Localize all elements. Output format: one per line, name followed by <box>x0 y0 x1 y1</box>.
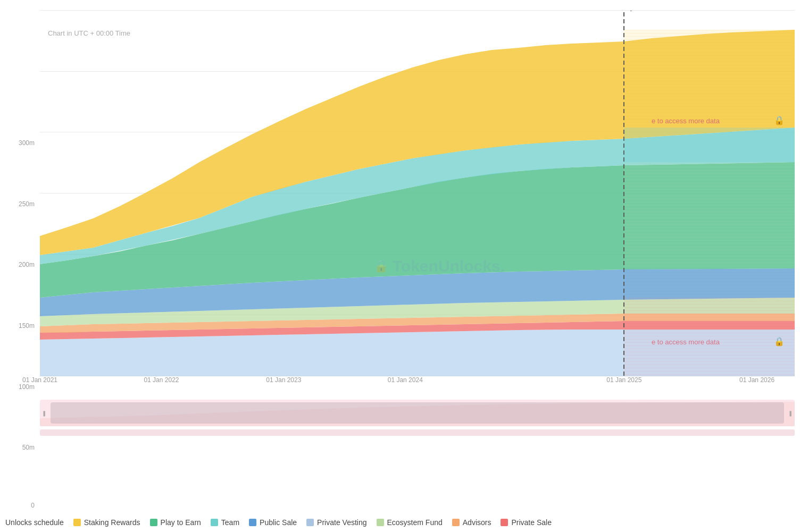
scrollbar-left-button[interactable]: ❚ <box>42 410 46 416</box>
legend-area: Unlocks schedule Staking Rewards Play to… <box>0 518 800 527</box>
legend-title: Unlocks schedule <box>5 518 64 527</box>
chart-svg: Today <box>40 11 795 376</box>
legend-label-private-sale: Private Sale <box>511 518 551 527</box>
x-label-2026: 01 Jan 2026 <box>739 376 774 384</box>
x-label-2025: 01 Jan 2025 <box>606 376 641 384</box>
y-label-300m: 300m <box>19 139 35 147</box>
legend-item-private-sale: Private Sale <box>501 518 551 527</box>
y-label-0: 0 <box>31 502 35 509</box>
legend-item-team: Team <box>211 518 239 527</box>
legend-dot-advisors <box>452 519 460 526</box>
watermark-text: TokenUnlocks. <box>393 257 505 275</box>
legend-dot-ecosystem <box>377 519 384 526</box>
watermark: 🔒 TokenUnlocks. <box>374 257 505 275</box>
legend-label-public: Public Sale <box>260 518 297 527</box>
legend-dot-private-vesting <box>306 519 314 526</box>
legend-item-staking: Staking Rewards <box>73 518 140 527</box>
y-axis: 300m 250m 200m 150m 100m 50m 0 <box>0 0 37 516</box>
svg-rect-10 <box>624 162 795 268</box>
y-label-250m: 250m <box>19 200 35 208</box>
lock-msg-2: e to access more data <box>652 338 720 346</box>
x-label-2023: 01 Jan 2023 <box>266 376 301 384</box>
chart-container: 300m 250m 200m 150m 100m 50m 0 Chart in … <box>0 0 800 532</box>
today-text: Today <box>614 11 634 11</box>
legend-label-staking: Staking Rewards <box>84 518 140 527</box>
legend-label-play: Play to Earn <box>161 518 201 527</box>
legend-label-team: Team <box>221 518 239 527</box>
x-label-2021: 01 Jan 2021 <box>22 376 57 384</box>
legend-label-advisors: Advisors <box>463 518 491 527</box>
scrollbar-container[interactable]: ❚ ❚ <box>40 400 795 429</box>
lock-msg-1: e to access more data <box>652 117 720 125</box>
lock-arrow-1: 🔒 <box>774 115 785 125</box>
svg-rect-8 <box>624 30 795 128</box>
legend-label-private-vesting: Private Vesting <box>317 518 366 527</box>
svg-rect-9 <box>624 128 795 162</box>
y-label-50m: 50m <box>22 444 35 451</box>
scrollbar-track[interactable]: ❚ ❚ <box>40 400 795 426</box>
legend-label-ecosystem: Ecosystem Fund <box>387 518 443 527</box>
scrollbar-thumb[interactable] <box>51 402 784 424</box>
svg-rect-12 <box>624 298 795 376</box>
y-label-150m: 150m <box>19 322 35 330</box>
lock-arrow-2: 🔒 <box>774 336 785 347</box>
y-label-100m: 100m <box>19 383 35 391</box>
legend-dot-play <box>150 519 157 526</box>
legend-item-advisors: Advisors <box>452 518 491 527</box>
legend-item-play: Play to Earn <box>150 518 201 527</box>
legend-dot-private-sale <box>501 519 508 526</box>
watermark-icon: 🔒 <box>374 259 388 273</box>
x-label-2022: 01 Jan 2022 <box>144 376 179 384</box>
legend-dot-public <box>249 519 256 526</box>
scrollbar-right-button[interactable]: ❚ <box>788 410 793 416</box>
legend-dot-team <box>211 519 218 526</box>
legend-item-public: Public Sale <box>249 518 297 527</box>
y-label-200m: 200m <box>19 261 35 268</box>
x-axis: 01 Jan 2021 01 Jan 2022 01 Jan 2023 01 J… <box>40 376 795 390</box>
scrollbar-mini[interactable] <box>40 429 795 436</box>
svg-rect-11 <box>624 268 795 298</box>
legend-item-private-vesting: Private Vesting <box>306 518 366 527</box>
legend-item-ecosystem: Ecosystem Fund <box>377 518 443 527</box>
x-label-2024: 01 Jan 2024 <box>388 376 423 384</box>
legend-dot-staking <box>73 519 81 526</box>
